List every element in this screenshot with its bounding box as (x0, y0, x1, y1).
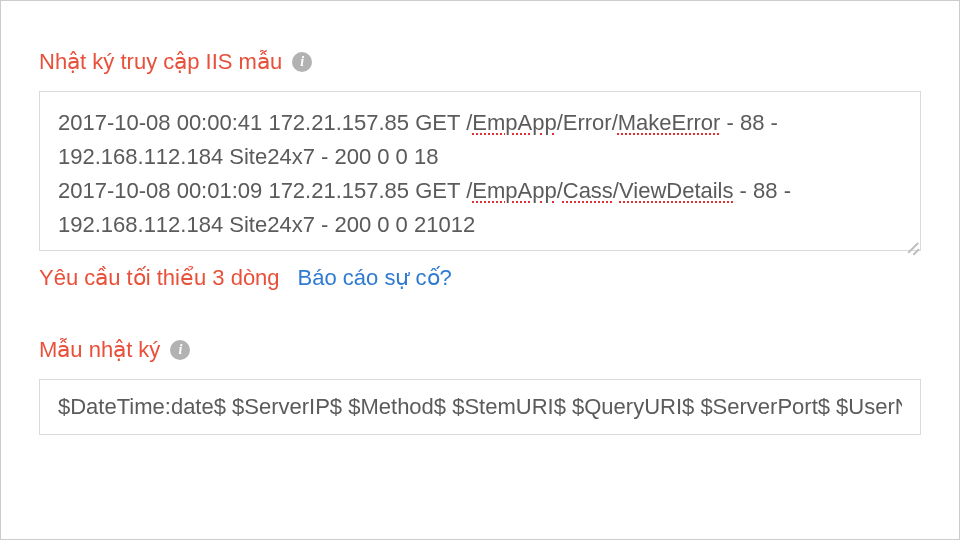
sample-log-label-text: Nhật ký truy cập IIS mẫu (39, 49, 282, 75)
sample-log-label: Nhật ký truy cập IIS mẫu i (39, 49, 312, 75)
sample-log-wrap: 2017-10-08 00:00:41 172.21.157.85 GET /E… (39, 91, 921, 255)
sample-log-textarea[interactable] (39, 91, 921, 251)
info-icon[interactable]: i (292, 52, 312, 72)
log-pattern-input[interactable] (39, 379, 921, 435)
info-icon[interactable]: i (170, 340, 190, 360)
min-lines-error: Yêu cầu tối thiểu 3 dòng (39, 265, 280, 291)
pattern-label: Mẫu nhật ký i (39, 337, 190, 363)
pattern-label-text: Mẫu nhật ký (39, 337, 160, 363)
report-issue-link[interactable]: Báo cáo sự cố? (298, 265, 452, 291)
hint-row: Yêu cầu tối thiểu 3 dòng Báo cáo sự cố? (39, 265, 921, 291)
